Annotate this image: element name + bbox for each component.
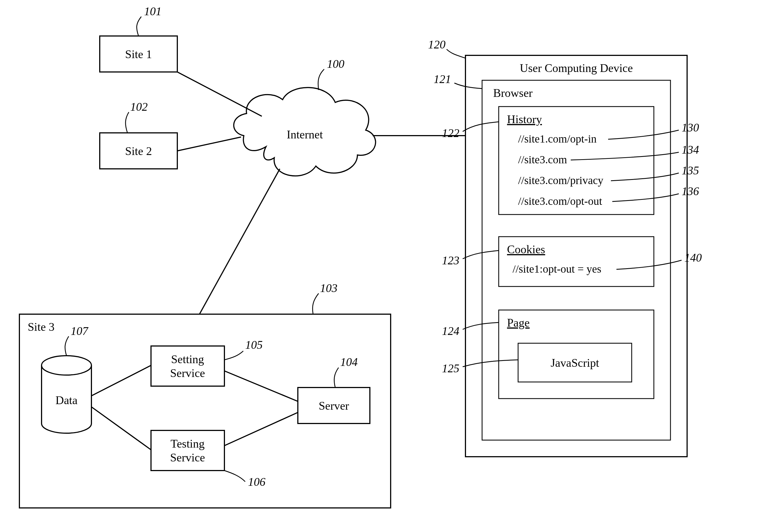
history-item-1: //site3.com bbox=[518, 153, 567, 166]
ref-125: 125 bbox=[442, 362, 459, 375]
ref-122: 122 bbox=[442, 127, 459, 140]
ref-leader-101 bbox=[136, 17, 141, 36]
ref-106: 106 bbox=[248, 476, 266, 488]
conn-site2-internet bbox=[177, 137, 241, 151]
ref-100: 100 bbox=[327, 58, 344, 70]
history-label: History bbox=[507, 113, 542, 126]
setting-service-l1: Setting bbox=[171, 353, 204, 366]
ref-130: 130 bbox=[682, 121, 699, 134]
testing-service-l2: Service bbox=[170, 451, 205, 464]
ref-140: 140 bbox=[684, 251, 702, 264]
ref-leader-100 bbox=[318, 69, 324, 90]
history-item-3: //site3.com/opt-out bbox=[518, 195, 602, 207]
ref-101: 101 bbox=[144, 5, 161, 18]
ref-103: 103 bbox=[320, 282, 337, 295]
ref-104: 104 bbox=[340, 356, 358, 368]
page-label: Page bbox=[507, 316, 530, 329]
site1-label: Site 1 bbox=[125, 48, 152, 61]
ref-135: 135 bbox=[682, 164, 699, 177]
cookies-label: Cookies bbox=[507, 243, 545, 256]
javascript-label: JavaScript bbox=[551, 357, 599, 369]
conn-site1-internet bbox=[177, 72, 262, 116]
ref-120: 120 bbox=[428, 38, 445, 51]
user-device-label: User Computing Device bbox=[520, 62, 633, 74]
site3-label: Site 3 bbox=[28, 321, 55, 333]
network-diagram: Site 1 101 Site 2 102 Internet 100 Site … bbox=[0, 0, 768, 532]
ref-134: 134 bbox=[682, 143, 699, 156]
data-label: Data bbox=[55, 394, 78, 407]
ref-121: 121 bbox=[434, 73, 451, 86]
history-item-2: //site3.com/privacy bbox=[518, 174, 604, 187]
internet-label: Internet bbox=[287, 128, 323, 141]
server-label: Server bbox=[319, 399, 349, 412]
site2-label: Site 2 bbox=[125, 145, 152, 157]
ref-107: 107 bbox=[71, 325, 89, 337]
ref-123: 123 bbox=[442, 254, 459, 267]
setting-service-l2: Service bbox=[170, 367, 205, 379]
ref-leader-103 bbox=[313, 293, 319, 314]
conn-internet-site3 bbox=[200, 169, 280, 314]
svg-point-0 bbox=[42, 356, 91, 375]
testing-service-box bbox=[151, 430, 225, 471]
browser-label: Browser bbox=[493, 87, 532, 99]
history-item-0: //site1.com/opt-in bbox=[518, 133, 597, 145]
ref-leader-120 bbox=[447, 49, 465, 58]
ref-102: 102 bbox=[130, 100, 148, 113]
setting-service-box bbox=[151, 346, 225, 386]
ref-105: 105 bbox=[245, 339, 263, 351]
cookies-item-0: //site1:opt-out = yes bbox=[512, 263, 601, 275]
ref-136: 136 bbox=[682, 185, 699, 198]
ref-124: 124 bbox=[442, 325, 459, 337]
ref-leader-102 bbox=[125, 112, 129, 133]
testing-service-l1: Testing bbox=[170, 437, 205, 450]
